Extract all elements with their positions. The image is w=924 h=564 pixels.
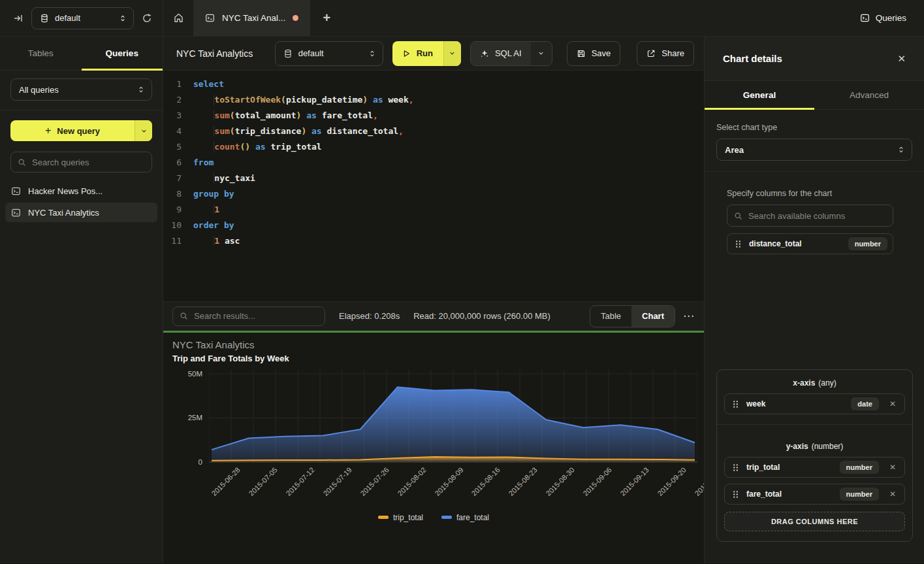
run-label: Run bbox=[417, 48, 433, 58]
refresh-icon[interactable] bbox=[142, 13, 152, 24]
column-row[interactable]: trip_totalnumber✕ bbox=[724, 457, 905, 478]
share-label: Share bbox=[661, 48, 684, 58]
legend-item[interactable]: fare_total bbox=[441, 513, 489, 522]
legend-swatch bbox=[378, 516, 389, 519]
columns-label: Specify columns for the chart bbox=[727, 189, 893, 198]
collapse-sidebar-icon[interactable] bbox=[13, 13, 24, 24]
code-text: nyc_taxi bbox=[193, 171, 255, 186]
sidebar-search bbox=[10, 152, 152, 173]
x-tick-label: 2015-08-30 bbox=[545, 465, 576, 497]
query-item-label: Hacker News Pos... bbox=[28, 186, 103, 196]
query-list-item[interactable]: NYC Taxi Analytics bbox=[5, 203, 157, 222]
new-query-button[interactable]: + New query bbox=[10, 120, 152, 141]
x-tick-label: 2015-07-19 bbox=[321, 465, 353, 497]
query-header: NYC Taxi Analytics default Run bbox=[163, 37, 704, 71]
sql-ai-label: SQL AI bbox=[495, 48, 522, 58]
code-text: from bbox=[193, 155, 214, 171]
tab-general[interactable]: General bbox=[705, 81, 814, 109]
search-columns-input[interactable] bbox=[748, 211, 886, 221]
line-number: 3 bbox=[163, 108, 182, 124]
query-list-item[interactable]: Hacker News Pos... bbox=[5, 181, 157, 201]
drag-handle-icon[interactable] bbox=[735, 240, 742, 248]
x-tick-label: 2015-08-23 bbox=[507, 465, 539, 497]
sql-editor[interactable]: 1select2 toStartOfWeek(pickup_datetime) … bbox=[163, 71, 704, 301]
code-line[interactable]: 5 count() as trip_total bbox=[163, 139, 704, 155]
query-list: Hacker News Pos...NYC Taxi Analytics bbox=[5, 181, 157, 222]
code-line[interactable]: 7 nyc_taxi bbox=[163, 171, 704, 186]
select-chevrons-icon bbox=[368, 50, 376, 58]
database-selector[interactable]: default bbox=[31, 7, 134, 29]
more-options-icon[interactable]: ⋯ bbox=[683, 309, 695, 323]
code-line[interactable]: 11 1 asc bbox=[163, 233, 704, 249]
code-line[interactable]: 10order by bbox=[163, 218, 704, 233]
database-selector-value: default bbox=[55, 13, 113, 23]
x-tick-label: 2015-09-27 bbox=[693, 465, 704, 497]
query-icon bbox=[11, 208, 21, 218]
x-tick-label: 2015-09-20 bbox=[656, 465, 688, 497]
tab-tables[interactable]: Tables bbox=[0, 37, 82, 70]
queries-icon bbox=[860, 13, 870, 23]
tab-queries[interactable]: Queries bbox=[82, 37, 163, 70]
tab-nyc-taxi-analytics[interactable]: NYC Taxi Anal... bbox=[193, 0, 310, 36]
share-button[interactable]: Share bbox=[637, 41, 694, 66]
tab-advanced[interactable]: Advanced bbox=[814, 81, 924, 109]
query-item-label: NYC Taxi Analytics bbox=[28, 208, 99, 218]
new-query-dropdown-chevron[interactable] bbox=[135, 120, 152, 141]
code-line[interactable]: 4 sum(trip_distance) as distance_total, bbox=[163, 124, 704, 139]
column-row[interactable]: fare_totalnumber✕ bbox=[724, 484, 905, 505]
y-tick-label: 50M bbox=[172, 370, 202, 378]
view-chart-button[interactable]: Chart bbox=[631, 306, 675, 327]
sql-ai-chevron[interactable] bbox=[531, 42, 552, 65]
code-line[interactable]: 8group by bbox=[163, 186, 704, 202]
column-row[interactable]: distance_totalnumber bbox=[727, 233, 893, 254]
save-button[interactable]: Save bbox=[567, 41, 621, 66]
new-tab-plus-icon[interactable]: + bbox=[310, 0, 343, 36]
code-line[interactable]: 6from bbox=[163, 155, 704, 171]
remove-column-icon[interactable]: ✕ bbox=[886, 399, 899, 408]
code-text: toStartOfWeek(pickup_datetime) as week, bbox=[193, 92, 414, 108]
close-icon[interactable]: ✕ bbox=[897, 53, 906, 65]
run-button[interactable]: Run bbox=[392, 41, 461, 66]
line-number: 6 bbox=[163, 155, 182, 171]
line-number: 1 bbox=[163, 76, 182, 92]
remove-column-icon[interactable]: ✕ bbox=[886, 489, 899, 499]
run-database-selector[interactable]: default bbox=[275, 41, 383, 66]
search-queries-input[interactable] bbox=[32, 158, 145, 167]
search-results-input[interactable] bbox=[194, 311, 318, 321]
home-icon[interactable] bbox=[163, 0, 193, 36]
code-line[interactable]: 2 toStartOfWeek(pickup_datetime) as week… bbox=[163, 92, 704, 108]
chart-details-tabs: General Advanced bbox=[705, 81, 924, 110]
column-name: week bbox=[746, 399, 765, 408]
drag-handle-icon[interactable] bbox=[732, 400, 739, 408]
code-line[interactable]: 1select bbox=[163, 76, 704, 92]
drag-handle-icon[interactable] bbox=[732, 463, 739, 472]
legend-item[interactable]: trip_total bbox=[378, 513, 423, 522]
area-chart[interactable] bbox=[209, 370, 697, 463]
x-tick-label: 2015-07-26 bbox=[358, 465, 390, 497]
run-database-value: default bbox=[298, 48, 362, 58]
topbar-queries-shortcut[interactable]: Queries bbox=[860, 0, 924, 36]
columns-section: Specify columns for the chart distance_t… bbox=[705, 172, 924, 254]
query-filter-select[interactable]: All queries bbox=[10, 78, 152, 101]
code-line[interactable]: 9 1 bbox=[163, 202, 704, 218]
y-axis-title: y-axis(number) bbox=[724, 442, 905, 451]
view-table-button[interactable]: Table bbox=[590, 306, 631, 327]
chart-legend: trip_totalfare_total bbox=[172, 513, 695, 522]
code-text: 1 asc bbox=[193, 233, 240, 249]
chart-plot: 025M50M bbox=[172, 370, 695, 463]
drop-zone[interactable]: DRAG COLUMNS HERE bbox=[724, 512, 905, 531]
x-tick-label: 2015-08-09 bbox=[433, 465, 464, 497]
code-text: sum(total_amount) as fare_total, bbox=[193, 108, 378, 124]
chart-type-select[interactable]: Area bbox=[716, 139, 912, 161]
query-filter-value: All queries bbox=[19, 85, 131, 95]
run-options-chevron[interactable] bbox=[443, 41, 461, 66]
remove-column-icon[interactable]: ✕ bbox=[886, 463, 899, 472]
x-tick-label: 2015-08-02 bbox=[396, 465, 427, 497]
column-row[interactable]: weekdate✕ bbox=[724, 393, 905, 414]
unsaved-changes-dot bbox=[293, 15, 298, 21]
code-line[interactable]: 3 sum(total_amount) as fare_total, bbox=[163, 108, 704, 124]
drag-handle-icon[interactable] bbox=[732, 490, 739, 499]
x-tick-label: 2015-06-28 bbox=[210, 465, 242, 497]
code-text: sum(trip_distance) as distance_total, bbox=[193, 124, 404, 139]
sql-ai-button[interactable]: SQL AI bbox=[470, 41, 552, 66]
